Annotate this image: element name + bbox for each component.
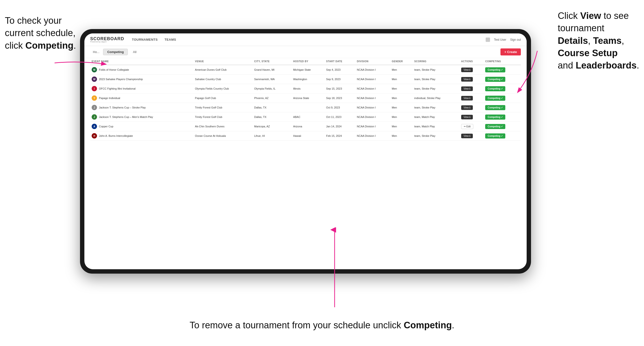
start-date-cell: Sep 9, 2023: [325, 75, 356, 84]
competing-badge[interactable]: Competing ✓: [485, 124, 505, 129]
competing-cell: Competing ✓: [484, 112, 521, 122]
tablet-screen: SCOREBOARD Powered by clipp'd TOURNAMENT…: [84, 33, 527, 269]
venue-cell: Trinity Forest Golf Club: [194, 112, 253, 122]
arrow-competing-tab: [50, 56, 110, 70]
hosted-by-cell: ABAC: [292, 112, 325, 122]
gender-cell: Men: [390, 84, 413, 93]
arrow-view-actions: [494, 48, 542, 97]
table-header-row: EVENT NAME VENUE CITY, STATE HOSTED BY S…: [90, 58, 521, 65]
team-logo: J: [92, 114, 97, 120]
hosted-by-cell: Arizona: [292, 122, 325, 131]
venue-cell: Ocean Course At Hokuala: [194, 131, 253, 141]
scoring-cell: individual, Stroke Play: [413, 93, 460, 103]
nav-right: Test User Sign out: [486, 37, 521, 42]
col-actions: ACTIONS: [460, 58, 484, 65]
col-venue: VENUE: [194, 58, 253, 65]
user-label: Test User: [494, 38, 506, 41]
table-row: W 2023 Sahalee Players Championship Saha…: [90, 75, 521, 84]
event-name: Copper Cup: [99, 125, 113, 128]
city-state-cell: Grand Haven, MI: [253, 65, 292, 75]
hosted-by-cell: [292, 103, 325, 112]
event-name-cell: A Copper Cup: [90, 122, 194, 131]
col-division: DIVISION: [356, 58, 390, 65]
city-state-cell: Sammamish, WA: [253, 75, 292, 84]
gender-cell: Men: [390, 65, 413, 75]
col-hosted-by: HOSTED BY: [292, 58, 325, 65]
table-container: EVENT NAME VENUE CITY, STATE HOSTED BY S…: [84, 58, 527, 269]
team-logo: I: [92, 86, 97, 91]
top-nav: SCOREBOARD Powered by clipp'd TOURNAMENT…: [84, 33, 527, 46]
scoring-cell: team, Match Play: [413, 112, 460, 122]
edit-button[interactable]: ✏ Edit: [461, 124, 473, 129]
division-cell: NCAA Division I: [356, 84, 390, 93]
annotation-top-left: To check your current schedule, click Co…: [5, 14, 76, 52]
venue-cell: Papago Golf Club: [194, 93, 253, 103]
nav-links: TOURNAMENTS TEAMS: [132, 38, 478, 41]
actions-cell: ✏ Edit: [460, 122, 484, 131]
event-name: OFCC Fighting Illini Invitational: [99, 87, 136, 90]
venue-cell: Ak-Chin Southern Dunes: [194, 122, 253, 131]
competing-badge[interactable]: Competing ✓: [485, 133, 505, 139]
scoring-cell: team, Stroke Play: [413, 84, 460, 93]
division-cell: NCAA Division I: [356, 93, 390, 103]
tab-competing[interactable]: Competing: [103, 49, 128, 55]
table-row: M Folds of Honor Collegiate American Dun…: [90, 65, 521, 75]
team-logo: W: [92, 76, 97, 82]
view-button[interactable]: View ℹ: [461, 115, 473, 119]
competing-cell: Competing ✓: [484, 122, 521, 131]
city-state-cell: Phoenix, AZ: [253, 93, 292, 103]
competing-cell: Competing ✓: [484, 131, 521, 141]
actions-cell: View ℹ: [460, 131, 484, 141]
start-date-cell: Oct 9, 2023: [325, 103, 356, 112]
start-date-cell: Sep 18, 2023: [325, 93, 356, 103]
event-name-cell: I OFCC Fighting Illini Invitational: [90, 84, 194, 93]
division-cell: NCAA Division I: [356, 103, 390, 112]
table-row: H John A. Burns Intercollegiate Ocean Co…: [90, 131, 521, 141]
division-cell: NCAA Division I: [356, 65, 390, 75]
gender-cell: Men: [390, 112, 413, 122]
tablet-frame: SCOREBOARD Powered by clipp'd TOURNAMENT…: [80, 29, 531, 274]
col-city-state: CITY, STATE: [253, 58, 292, 65]
division-cell: NCAA Division I: [356, 112, 390, 122]
gender-cell: Men: [390, 103, 413, 112]
gender-cell: Men: [390, 131, 413, 141]
event-name-cell: J Jackson T. Stephens Cup – Men's Match …: [90, 112, 194, 122]
team-logo: H: [92, 133, 97, 139]
competing-badge[interactable]: Competing ✓: [485, 115, 505, 120]
start-date-cell: Sep 4, 2023: [325, 65, 356, 75]
nav-tournaments[interactable]: TOURNAMENTS: [132, 38, 158, 41]
scoring-cell: team, Stroke Play: [413, 75, 460, 84]
tab-home[interactable]: Ho...: [90, 49, 102, 55]
table-row: Y Papago Individual Papago Golf ClubPhoe…: [90, 93, 521, 103]
view-button[interactable]: View ℹ: [461, 86, 473, 91]
actions-cell: View ℹ: [460, 112, 484, 122]
competing-badge[interactable]: Competing ✓: [485, 105, 505, 110]
arrow-competing-bottom: [330, 227, 340, 310]
division-cell: NCAA Division I: [356, 122, 390, 131]
hosted-by-cell: Washington: [292, 75, 325, 84]
hosted-by-cell: Michigan State: [292, 65, 325, 75]
start-date-cell: Feb 15, 2024: [325, 131, 356, 141]
col-scoring: SCORING: [413, 58, 460, 65]
city-state-cell: Lihue, HI: [253, 131, 292, 141]
tab-all[interactable]: All: [129, 49, 140, 55]
col-gender: GENDER: [390, 58, 413, 65]
view-button[interactable]: View ℹ: [461, 134, 473, 138]
hosted-by-cell: Illinois: [292, 84, 325, 93]
view-button[interactable]: View ℹ: [461, 68, 473, 72]
gender-cell: Men: [390, 122, 413, 131]
city-state-cell: Dallas, TX: [253, 112, 292, 122]
view-button[interactable]: View ℹ: [461, 96, 473, 101]
city-state-cell: Olympia Fields, IL: [253, 84, 292, 93]
table-row: J Jackson T. Stephens Cup – Men's Match …: [90, 112, 521, 122]
hosted-by-cell: Arizona State: [292, 93, 325, 103]
hosted-by-cell: Hawaii: [292, 131, 325, 141]
view-button[interactable]: View ℹ: [461, 105, 473, 110]
venue-cell: Sahalee Country Club: [194, 75, 253, 84]
gender-cell: Men: [390, 75, 413, 84]
nav-teams[interactable]: TEAMS: [164, 38, 176, 41]
sign-out-link[interactable]: Sign out: [510, 38, 521, 41]
team-logo: J: [92, 105, 97, 110]
view-button[interactable]: View ℹ: [461, 77, 473, 82]
annotation-top-right: Click View to see tournament Details, Te…: [558, 10, 639, 72]
